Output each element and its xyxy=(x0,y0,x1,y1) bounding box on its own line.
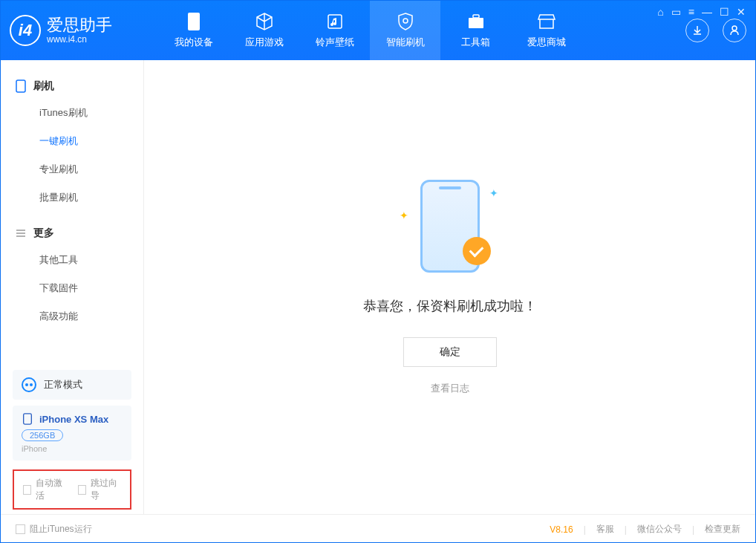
checkbox-skip-wizard[interactable]: 跳过向导 xyxy=(78,477,121,502)
phone-icon xyxy=(22,413,33,425)
svg-rect-7 xyxy=(24,414,32,424)
maximize-button[interactable]: ☐ xyxy=(720,6,729,18)
device-mode-box[interactable]: 正常模式 xyxy=(13,370,131,400)
svg-point-5 xyxy=(732,26,737,30)
sidebar-item-oneclick-flash[interactable]: 一键刷机 xyxy=(1,127,143,155)
support-link[interactable]: 客服 xyxy=(596,523,614,536)
person-icon xyxy=(729,25,740,36)
tab-ringtone-wallpaper[interactable]: 铃声壁纸 xyxy=(299,1,370,60)
app-name: 爱思助手 xyxy=(47,16,112,34)
phone-outline-icon xyxy=(16,79,26,93)
app-logo-icon: i4 xyxy=(10,15,41,46)
main-content: ✦ ✦ 恭喜您，保资料刷机成功啦！ 确定 查看日志 xyxy=(143,60,755,514)
device-icon xyxy=(184,12,203,31)
sidebar-item-batch-flash[interactable]: 批量刷机 xyxy=(1,183,143,212)
svg-point-2 xyxy=(403,19,408,23)
sidebar-item-download-firmware[interactable]: 下载固件 xyxy=(1,274,143,302)
device-name: iPhone XS Max xyxy=(39,414,108,425)
wechat-link[interactable]: 微信公众号 xyxy=(637,523,682,536)
sidebar-item-advanced[interactable]: 高级功能 xyxy=(1,302,143,331)
sidebar-item-pro-flash[interactable]: 专业刷机 xyxy=(1,155,143,183)
device-type: iPhone xyxy=(22,444,123,453)
hamburger-icon xyxy=(16,228,26,238)
nav-tabs: 我的设备 应用游戏 铃声壁纸 智能刷机 工具箱 爱思商城 xyxy=(158,1,581,60)
briefcase-icon xyxy=(466,12,486,31)
sidebar-item-itunes-flash[interactable]: iTunes刷机 xyxy=(1,99,143,127)
account-button[interactable] xyxy=(723,19,746,42)
checkbox-block-itunes[interactable]: 阻止iTunes运行 xyxy=(16,523,92,536)
check-update-link[interactable]: 检查更新 xyxy=(705,523,740,536)
sidebar-group-flash[interactable]: 刷机 xyxy=(1,74,143,99)
download-button[interactable] xyxy=(685,19,709,42)
tab-smart-flash[interactable]: 智能刷机 xyxy=(370,1,440,60)
app-url: www.i4.cn xyxy=(47,34,112,45)
layout-icon[interactable]: ▭ xyxy=(671,6,681,18)
svg-rect-3 xyxy=(469,18,483,28)
tab-my-device[interactable]: 我的设备 xyxy=(158,1,229,60)
checkbox-icon xyxy=(23,485,31,495)
checkbox-auto-activate[interactable]: 自动激活 xyxy=(23,477,66,502)
device-info-box[interactable]: iPhone XS Max 256GB iPhone xyxy=(13,406,131,461)
close-button[interactable]: ✕ xyxy=(737,6,746,18)
sidebar: 刷机 iTunes刷机 一键刷机 专业刷机 批量刷机 更多 其他工具 下载固件 … xyxy=(1,60,143,514)
mode-label: 正常模式 xyxy=(44,378,82,391)
shirt-icon[interactable]: ⌂ xyxy=(657,6,663,18)
svg-rect-4 xyxy=(473,15,479,18)
svg-rect-6 xyxy=(16,80,25,92)
highlighted-options: 自动激活 跳过向导 xyxy=(13,469,131,510)
music-note-icon xyxy=(325,12,345,31)
minimize-button[interactable]: — xyxy=(702,6,712,18)
shield-icon xyxy=(396,12,415,31)
sidebar-group-more[interactable]: 更多 xyxy=(1,221,143,246)
check-badge-icon xyxy=(463,237,491,265)
download-icon xyxy=(691,25,703,36)
store-icon xyxy=(537,12,556,31)
success-message: 恭喜您，保资料刷机成功啦！ xyxy=(363,297,537,315)
confirm-button[interactable]: 确定 xyxy=(403,337,497,367)
menu-icon[interactable]: ≡ xyxy=(688,6,694,18)
footer: 阻止iTunes运行 V8.16 | 客服 | 微信公众号 | 检查更新 xyxy=(1,514,755,543)
logo-area: i4 爱思助手 www.i4.cn xyxy=(10,15,140,46)
storage-badge: 256GB xyxy=(22,429,63,441)
tab-apps-games[interactable]: 应用游戏 xyxy=(229,1,299,60)
sidebar-item-other-tools[interactable]: 其他工具 xyxy=(1,246,143,274)
checkbox-icon xyxy=(16,524,25,534)
checkbox-icon xyxy=(78,485,86,495)
tab-store[interactable]: 爱思商城 xyxy=(511,1,581,60)
window-controls: ⌂ ▭ ≡ — ☐ ✕ xyxy=(657,6,746,18)
mode-icon xyxy=(22,377,36,392)
success-illustration: ✦ ✦ xyxy=(405,180,495,276)
cube-icon xyxy=(255,12,274,31)
svg-rect-0 xyxy=(188,13,200,30)
app-header: i4 爱思助手 www.i4.cn 我的设备 应用游戏 铃声壁纸 智能刷机 工具… xyxy=(1,1,755,60)
version-label: V8.16 xyxy=(550,524,573,535)
tab-toolbox[interactable]: 工具箱 xyxy=(440,1,511,60)
view-log-link[interactable]: 查看日志 xyxy=(431,382,469,395)
